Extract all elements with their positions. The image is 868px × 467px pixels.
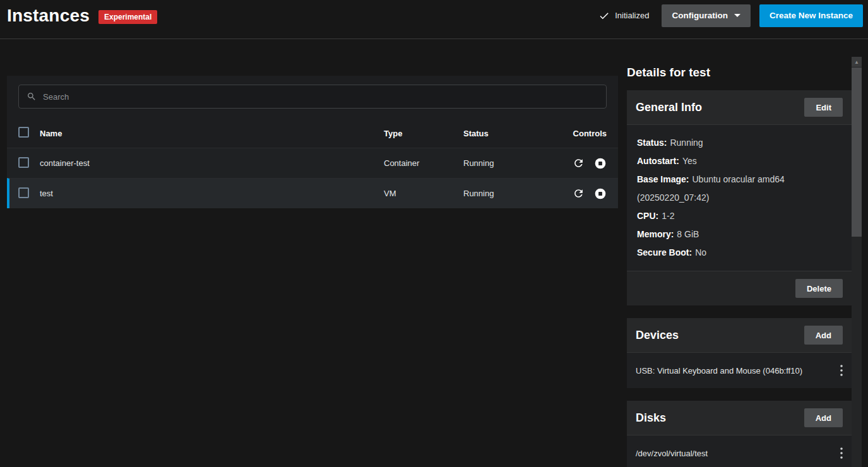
disks-title: Disks — [636, 411, 666, 425]
kebab-menu-icon — [840, 447, 843, 459]
general-info-header: General Info Edit — [627, 90, 852, 125]
stop-button[interactable] — [594, 157, 607, 170]
field-memory: Memory:8 GiB — [637, 225, 841, 244]
details-panel: Details for test General Info Edit Statu… — [627, 66, 852, 467]
general-info-card: General Info Edit Status:Running Autosta… — [627, 90, 852, 305]
instance-name: test — [40, 189, 384, 198]
page-title: Instances — [7, 6, 90, 26]
disk-item-label: /dev/zvol/virtual/test — [636, 449, 708, 458]
stop-button[interactable] — [594, 187, 607, 200]
restart-button[interactable] — [573, 157, 585, 169]
page-header-right: Initialized Configuration Create New Ins… — [598, 4, 863, 27]
stop-icon — [594, 187, 607, 200]
delete-button[interactable]: Delete — [795, 279, 843, 298]
scrollbar-thumb[interactable] — [852, 68, 862, 237]
disk-item: /dev/zvol/virtual/test — [627, 435, 852, 467]
device-item: USB: Virtual Keyboard and Mouse (046b:ff… — [627, 353, 852, 388]
details-title: Details for test — [627, 66, 852, 80]
search-icon — [27, 92, 37, 102]
details-scrollbar[interactable]: ▲ — [852, 57, 862, 467]
restart-icon — [573, 157, 585, 169]
row-checkbox[interactable] — [18, 157, 29, 168]
column-header-type: Type — [384, 129, 463, 138]
table-header-row: Name Type Status Controls — [7, 119, 618, 148]
row-controls — [549, 187, 607, 200]
field-secure-boot: Secure Boot:No — [637, 244, 841, 262]
page-header: Instances Experimental Initialized Confi… — [0, 0, 868, 39]
column-header-status: Status — [463, 129, 549, 138]
field-status: Status:Running — [637, 134, 841, 152]
devices-header: Devices Add — [627, 318, 852, 353]
initialized-label: Initialized — [615, 11, 649, 20]
instance-type: VM — [384, 189, 463, 198]
kebab-menu-icon — [840, 365, 843, 376]
disk-menu-button[interactable] — [840, 447, 843, 459]
instance-status: Running — [463, 158, 549, 168]
instance-status: Running — [463, 189, 549, 198]
experimental-badge: Experimental — [98, 10, 157, 24]
device-item-label: USB: Virtual Keyboard and Mouse (046b:ff… — [636, 366, 802, 375]
instance-list-panel: Name Type Status Controls container-test… — [7, 76, 618, 208]
table-row[interactable]: container-test Container Running — [7, 148, 618, 178]
add-disk-button[interactable]: Add — [804, 408, 843, 427]
configuration-label: Configuration — [672, 11, 727, 20]
general-info-footer: Delete — [627, 271, 852, 305]
disks-header: Disks Add — [627, 401, 852, 435]
stop-icon — [594, 157, 607, 170]
add-device-button[interactable]: Add — [804, 326, 843, 345]
chevron-down-icon — [734, 14, 740, 17]
select-all-checkbox[interactable] — [18, 127, 29, 138]
scroll-up-button[interactable]: ▲ — [852, 57, 862, 67]
general-info-body: Status:Running Autostart:Yes Base Image:… — [627, 125, 852, 271]
create-new-instance-button[interactable]: Create New Instance — [759, 4, 863, 27]
search-input[interactable] — [43, 92, 598, 102]
instance-type: Container — [384, 158, 463, 168]
column-header-name: Name — [40, 129, 384, 138]
disks-card: Disks Add /dev/zvol/virtual/test — [627, 401, 852, 467]
configuration-button[interactable]: Configuration — [662, 4, 750, 27]
select-all-cell — [18, 127, 40, 139]
edit-button[interactable]: Edit — [804, 98, 843, 117]
devices-card: Devices Add USB: Virtual Keyboard and Mo… — [627, 318, 852, 388]
field-base-image: Base Image:Ubuntu oracular amd64 (202502… — [637, 170, 841, 207]
initialized-indicator: Initialized — [598, 10, 649, 21]
search-bar — [18, 85, 607, 109]
table-row-selected[interactable]: test VM Running — [7, 178, 618, 208]
field-autostart: Autostart:Yes — [637, 152, 841, 170]
row-checkbox[interactable] — [18, 187, 29, 198]
field-cpu: CPU:1-2 — [637, 207, 841, 225]
restart-button[interactable] — [573, 187, 585, 199]
device-menu-button[interactable] — [840, 365, 843, 376]
row-controls — [549, 157, 607, 170]
general-info-title: General Info — [636, 101, 702, 114]
instance-name: container-test — [40, 158, 384, 168]
page-header-left: Instances Experimental — [7, 6, 157, 26]
devices-title: Devices — [636, 329, 679, 342]
check-icon — [598, 10, 610, 21]
restart-icon — [573, 187, 585, 199]
column-header-controls: Controls — [549, 129, 607, 138]
